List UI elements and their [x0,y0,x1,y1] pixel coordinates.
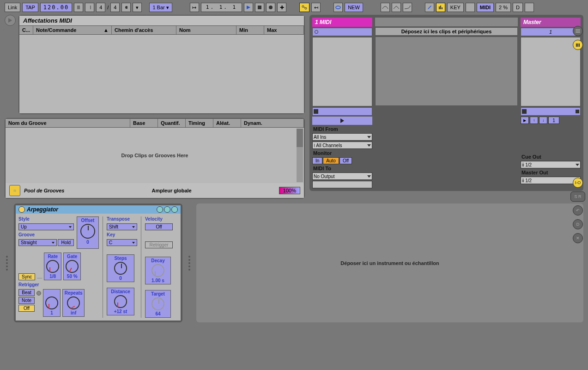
retrigger-note-button[interactable]: Note [18,297,35,304]
midi-map-button[interactable]: MIDI [477,3,494,12]
global-amount-value[interactable]: 100% [279,187,300,194]
draw-mode-icon[interactable] [436,3,445,12]
pencil-icon[interactable] [425,3,434,12]
device-titlebar[interactable]: Arpeggiator [16,205,181,214]
master-up-icon[interactable]: ↑ [530,117,538,124]
monitor-off-button[interactable]: Off [339,157,352,164]
play-button[interactable] [244,3,253,12]
quantize-select[interactable]: 1 Bar ▾ [149,3,172,12]
overdub-button[interactable]: ✚ [277,3,286,12]
col-max[interactable]: Max [264,26,304,34]
link-button[interactable]: Link [5,3,20,12]
col-note[interactable]: Note/Commande▲ [33,26,112,34]
metronome-menu-icon[interactable]: ▾ [133,3,142,12]
follow-icon[interactable]: ↦ [190,3,199,12]
time-sig-den[interactable]: 4 [110,3,120,12]
col-quantif[interactable]: Quantif. [158,119,186,127]
col-dynam[interactable]: Dynam. [241,119,304,127]
device-handle-right[interactable] [187,204,192,322]
rate-knob[interactable]: Rate 1/8 [44,253,61,280]
capture-new-button[interactable]: NEW [345,3,363,12]
time-sig-num[interactable]: 4 [96,3,105,12]
tempo-nudge-up-icon[interactable] [85,3,94,12]
instrument-drop-area[interactable]: Déposer ici un instrument ou échantillon [196,204,583,322]
velocity-off-button[interactable]: Off [145,223,173,230]
monitor-auto-button[interactable]: Auto [323,157,339,164]
steps-knob[interactable]: Steps 0 [107,254,134,282]
transpose-select[interactable]: Shift [107,223,137,230]
col-min[interactable]: Min [236,26,264,34]
sr-section-icon[interactable]: S R [570,191,585,202]
col-path[interactable]: Chemin d'accès [112,26,176,34]
groove-drop-area[interactable]: Drop Clips or Grooves Here [6,128,304,183]
track-1-header[interactable]: 1 MIDI [312,18,372,27]
record-button[interactable] [266,3,275,12]
return-section-icon[interactable]: ↶ [573,205,583,216]
col-timing[interactable]: Timing [186,119,213,127]
offset-knob[interactable]: Offset 0 [77,216,99,249]
preview-play-icon[interactable] [5,15,16,26]
arrangement-position[interactable]: 1. 1. 1 [201,3,242,12]
track-1-play-row[interactable] [312,117,372,125]
overload-d-button[interactable]: D [513,3,523,12]
midi-to-select[interactable]: No Output [312,173,372,180]
master-play-icon[interactable]: ▶ [521,117,529,124]
key-select[interactable]: C [107,239,137,246]
monitor-in-button[interactable]: In [312,157,322,164]
style-select[interactable]: Up [18,223,74,230]
midi-from-select[interactable]: All Ins [312,133,372,141]
play-icon[interactable] [340,118,344,123]
drop-clips-area[interactable] [375,37,518,106]
reenable-automation-icon[interactable]: ↤ [311,3,321,12]
col-c[interactable]: C... [19,26,33,34]
hold-button[interactable]: Hold [58,239,74,246]
delay-section-icon[interactable]: D [573,219,583,229]
master-stop-icon[interactable] [522,109,527,114]
crossfade-section-icon[interactable]: ✕ [573,233,583,243]
midi-channel-select[interactable]: ⁞ All Channels [312,142,372,149]
repeats-1-knob[interactable]: 1 [43,289,61,317]
col-name[interactable]: Nom [176,26,236,34]
io-section-icon[interactable]: I-O [573,178,583,188]
tempo-field[interactable]: 120.00 [40,3,72,12]
target-knob[interactable]: Target 64 [145,290,171,318]
device-handle-left[interactable] [5,204,9,322]
automation-arm-icon[interactable] [299,3,309,12]
device-save-icon[interactable] [171,206,178,213]
envelope-line-icon[interactable] [392,3,401,12]
master-down-icon[interactable]: ↓ [539,117,547,124]
stop-icon[interactable] [314,109,318,114]
mixer-section-icon[interactable] [573,40,583,50]
col-groove-name[interactable]: Nom du Groove [6,119,130,127]
tap-button[interactable]: TAP [22,3,38,12]
groove-scroll-thumb[interactable] [297,129,303,147]
device-hand-icon[interactable] [157,206,163,213]
groove-select[interactable]: Straight [18,239,57,246]
midi-mappings-list[interactable] [19,35,304,113]
track-1-stop-row[interactable] [312,107,372,116]
tempo-nudge-down-icon[interactable] [74,3,83,12]
track-1-clip-area[interactable] [312,37,372,106]
device-activator-icon[interactable] [18,206,25,213]
master-track-header[interactable]: Master [521,18,581,27]
menu-icon[interactable] [573,26,583,36]
device-preset-icon[interactable] [164,206,170,213]
track-1-clip-slot-1[interactable] [312,28,372,36]
loop-icon[interactable] [333,3,343,12]
key-map-button[interactable]: KEY [447,3,464,12]
envelope-curve-icon[interactable] [403,3,412,12]
col-aleat[interactable]: Aléat. [213,119,241,127]
groove-pool-icon[interactable]: ≈ [9,185,20,196]
retrigger-beat-button[interactable]: Beat [18,289,35,296]
metronome-icon[interactable] [121,3,131,12]
distance-knob[interactable]: Distance +12 st [107,288,134,315]
velocity-retrigger-button[interactable]: Retrigger [145,241,173,248]
drop-clips-message[interactable]: Déposez ici les clips et périphériques [375,27,518,36]
sync-button[interactable]: Sync [18,273,35,280]
col-base[interactable]: Base [130,119,158,127]
stop-button[interactable] [255,3,264,12]
master-nav-count[interactable]: 1 [548,117,559,124]
decay-knob[interactable]: Decay 1.00 s [145,257,171,284]
midi-to-subselect[interactable] [312,181,372,188]
envelope-draw-icon[interactable] [381,3,390,12]
